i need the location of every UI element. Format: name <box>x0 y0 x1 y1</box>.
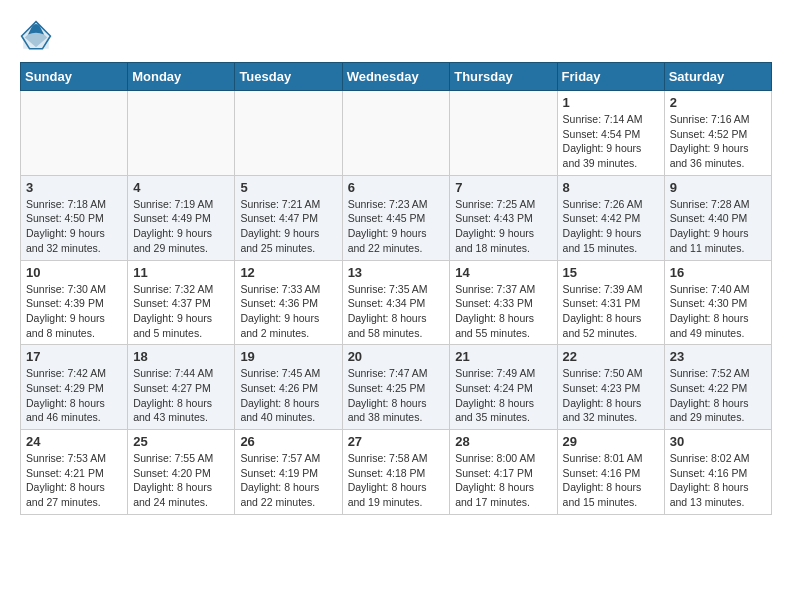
day-info: Sunrise: 7:32 AMSunset: 4:37 PMDaylight:… <box>133 282 229 341</box>
calendar-cell: 24Sunrise: 7:53 AMSunset: 4:21 PMDayligh… <box>21 430 128 515</box>
day-number: 8 <box>563 180 659 195</box>
calendar-cell: 18Sunrise: 7:44 AMSunset: 4:27 PMDayligh… <box>128 345 235 430</box>
day-number: 25 <box>133 434 229 449</box>
day-number: 28 <box>455 434 551 449</box>
logo-icon <box>20 20 52 52</box>
calendar-cell: 16Sunrise: 7:40 AMSunset: 4:30 PMDayligh… <box>664 260 771 345</box>
day-info: Sunrise: 7:45 AMSunset: 4:26 PMDaylight:… <box>240 366 336 425</box>
day-number: 10 <box>26 265 122 280</box>
day-info: Sunrise: 7:52 AMSunset: 4:22 PMDaylight:… <box>670 366 766 425</box>
day-info: Sunrise: 7:49 AMSunset: 4:24 PMDaylight:… <box>455 366 551 425</box>
calendar-cell <box>128 91 235 176</box>
day-info: Sunrise: 7:57 AMSunset: 4:19 PMDaylight:… <box>240 451 336 510</box>
calendar-cell: 25Sunrise: 7:55 AMSunset: 4:20 PMDayligh… <box>128 430 235 515</box>
calendar-table: SundayMondayTuesdayWednesdayThursdayFrid… <box>20 62 772 515</box>
calendar-cell: 10Sunrise: 7:30 AMSunset: 4:39 PMDayligh… <box>21 260 128 345</box>
logo <box>20 20 56 52</box>
day-number: 21 <box>455 349 551 364</box>
day-info: Sunrise: 7:33 AMSunset: 4:36 PMDaylight:… <box>240 282 336 341</box>
day-number: 29 <box>563 434 659 449</box>
weekday-header-monday: Monday <box>128 63 235 91</box>
page-header <box>20 20 772 52</box>
day-number: 2 <box>670 95 766 110</box>
day-number: 12 <box>240 265 336 280</box>
calendar-cell: 28Sunrise: 8:00 AMSunset: 4:17 PMDayligh… <box>450 430 557 515</box>
day-info: Sunrise: 7:16 AMSunset: 4:52 PMDaylight:… <box>670 112 766 171</box>
calendar-cell: 23Sunrise: 7:52 AMSunset: 4:22 PMDayligh… <box>664 345 771 430</box>
day-info: Sunrise: 7:19 AMSunset: 4:49 PMDaylight:… <box>133 197 229 256</box>
day-number: 6 <box>348 180 445 195</box>
day-info: Sunrise: 7:42 AMSunset: 4:29 PMDaylight:… <box>26 366 122 425</box>
calendar-cell: 19Sunrise: 7:45 AMSunset: 4:26 PMDayligh… <box>235 345 342 430</box>
day-info: Sunrise: 7:21 AMSunset: 4:47 PMDaylight:… <box>240 197 336 256</box>
calendar-cell: 30Sunrise: 8:02 AMSunset: 4:16 PMDayligh… <box>664 430 771 515</box>
weekday-header-sunday: Sunday <box>21 63 128 91</box>
calendar-cell: 6Sunrise: 7:23 AMSunset: 4:45 PMDaylight… <box>342 175 450 260</box>
day-info: Sunrise: 7:44 AMSunset: 4:27 PMDaylight:… <box>133 366 229 425</box>
calendar-cell: 12Sunrise: 7:33 AMSunset: 4:36 PMDayligh… <box>235 260 342 345</box>
day-info: Sunrise: 7:28 AMSunset: 4:40 PMDaylight:… <box>670 197 766 256</box>
day-number: 26 <box>240 434 336 449</box>
day-number: 4 <box>133 180 229 195</box>
day-number: 13 <box>348 265 445 280</box>
day-info: Sunrise: 7:47 AMSunset: 4:25 PMDaylight:… <box>348 366 445 425</box>
day-number: 27 <box>348 434 445 449</box>
day-info: Sunrise: 7:55 AMSunset: 4:20 PMDaylight:… <box>133 451 229 510</box>
calendar-cell: 26Sunrise: 7:57 AMSunset: 4:19 PMDayligh… <box>235 430 342 515</box>
calendar-cell: 13Sunrise: 7:35 AMSunset: 4:34 PMDayligh… <box>342 260 450 345</box>
calendar-cell <box>21 91 128 176</box>
day-number: 18 <box>133 349 229 364</box>
calendar-cell: 27Sunrise: 7:58 AMSunset: 4:18 PMDayligh… <box>342 430 450 515</box>
day-number: 22 <box>563 349 659 364</box>
day-number: 24 <box>26 434 122 449</box>
day-number: 7 <box>455 180 551 195</box>
calendar-cell: 14Sunrise: 7:37 AMSunset: 4:33 PMDayligh… <box>450 260 557 345</box>
calendar-cell <box>342 91 450 176</box>
calendar-week-row: 10Sunrise: 7:30 AMSunset: 4:39 PMDayligh… <box>21 260 772 345</box>
day-info: Sunrise: 7:37 AMSunset: 4:33 PMDaylight:… <box>455 282 551 341</box>
day-info: Sunrise: 7:40 AMSunset: 4:30 PMDaylight:… <box>670 282 766 341</box>
calendar-week-row: 3Sunrise: 7:18 AMSunset: 4:50 PMDaylight… <box>21 175 772 260</box>
calendar-week-row: 1Sunrise: 7:14 AMSunset: 4:54 PMDaylight… <box>21 91 772 176</box>
day-info: Sunrise: 8:01 AMSunset: 4:16 PMDaylight:… <box>563 451 659 510</box>
calendar-cell: 8Sunrise: 7:26 AMSunset: 4:42 PMDaylight… <box>557 175 664 260</box>
day-info: Sunrise: 7:25 AMSunset: 4:43 PMDaylight:… <box>455 197 551 256</box>
calendar-cell <box>450 91 557 176</box>
weekday-header-saturday: Saturday <box>664 63 771 91</box>
calendar-cell: 9Sunrise: 7:28 AMSunset: 4:40 PMDaylight… <box>664 175 771 260</box>
calendar-cell: 21Sunrise: 7:49 AMSunset: 4:24 PMDayligh… <box>450 345 557 430</box>
day-number: 30 <box>670 434 766 449</box>
day-info: Sunrise: 7:30 AMSunset: 4:39 PMDaylight:… <box>26 282 122 341</box>
day-info: Sunrise: 7:39 AMSunset: 4:31 PMDaylight:… <box>563 282 659 341</box>
calendar-cell: 17Sunrise: 7:42 AMSunset: 4:29 PMDayligh… <box>21 345 128 430</box>
day-info: Sunrise: 7:26 AMSunset: 4:42 PMDaylight:… <box>563 197 659 256</box>
calendar-cell: 2Sunrise: 7:16 AMSunset: 4:52 PMDaylight… <box>664 91 771 176</box>
day-number: 23 <box>670 349 766 364</box>
weekday-header-thursday: Thursday <box>450 63 557 91</box>
calendar-cell: 3Sunrise: 7:18 AMSunset: 4:50 PMDaylight… <box>21 175 128 260</box>
calendar-cell: 4Sunrise: 7:19 AMSunset: 4:49 PMDaylight… <box>128 175 235 260</box>
day-number: 16 <box>670 265 766 280</box>
day-number: 17 <box>26 349 122 364</box>
weekday-header-friday: Friday <box>557 63 664 91</box>
day-number: 14 <box>455 265 551 280</box>
calendar-cell: 7Sunrise: 7:25 AMSunset: 4:43 PMDaylight… <box>450 175 557 260</box>
calendar-cell: 22Sunrise: 7:50 AMSunset: 4:23 PMDayligh… <box>557 345 664 430</box>
calendar-cell: 15Sunrise: 7:39 AMSunset: 4:31 PMDayligh… <box>557 260 664 345</box>
day-info: Sunrise: 7:35 AMSunset: 4:34 PMDaylight:… <box>348 282 445 341</box>
day-info: Sunrise: 7:53 AMSunset: 4:21 PMDaylight:… <box>26 451 122 510</box>
calendar-week-row: 17Sunrise: 7:42 AMSunset: 4:29 PMDayligh… <box>21 345 772 430</box>
day-number: 9 <box>670 180 766 195</box>
calendar-cell: 5Sunrise: 7:21 AMSunset: 4:47 PMDaylight… <box>235 175 342 260</box>
day-number: 3 <box>26 180 122 195</box>
day-info: Sunrise: 7:18 AMSunset: 4:50 PMDaylight:… <box>26 197 122 256</box>
day-info: Sunrise: 7:14 AMSunset: 4:54 PMDaylight:… <box>563 112 659 171</box>
calendar-cell <box>235 91 342 176</box>
calendar-cell: 20Sunrise: 7:47 AMSunset: 4:25 PMDayligh… <box>342 345 450 430</box>
day-number: 1 <box>563 95 659 110</box>
calendar-week-row: 24Sunrise: 7:53 AMSunset: 4:21 PMDayligh… <box>21 430 772 515</box>
day-number: 20 <box>348 349 445 364</box>
day-number: 15 <box>563 265 659 280</box>
day-info: Sunrise: 7:58 AMSunset: 4:18 PMDaylight:… <box>348 451 445 510</box>
day-info: Sunrise: 7:50 AMSunset: 4:23 PMDaylight:… <box>563 366 659 425</box>
